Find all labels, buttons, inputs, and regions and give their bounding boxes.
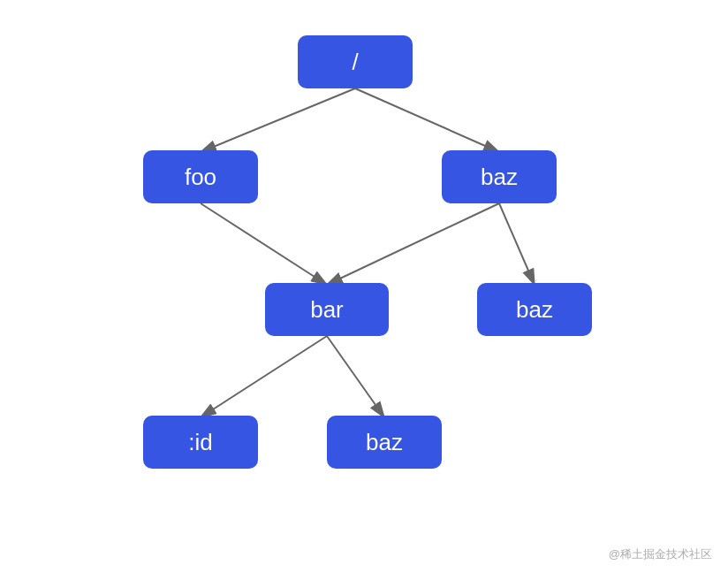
node-foo: foo	[143, 150, 258, 203]
diagram: /foobazbarbaz:idbaz	[0, 0, 728, 573]
svg-line-4	[327, 203, 499, 285]
svg-line-2	[355, 88, 499, 152]
svg-line-1	[201, 88, 355, 152]
node-id: :id	[143, 416, 258, 469]
svg-line-3	[201, 203, 327, 285]
svg-line-7	[327, 336, 384, 417]
node-baz3: baz	[327, 416, 442, 469]
node-root: /	[298, 35, 413, 88]
node-baz2: baz	[477, 283, 592, 336]
svg-line-5	[499, 203, 535, 285]
node-baz1: baz	[442, 150, 557, 203]
svg-line-6	[201, 336, 327, 417]
node-bar: bar	[265, 283, 389, 336]
watermark: @稀土掘金技术社区	[609, 546, 712, 562]
